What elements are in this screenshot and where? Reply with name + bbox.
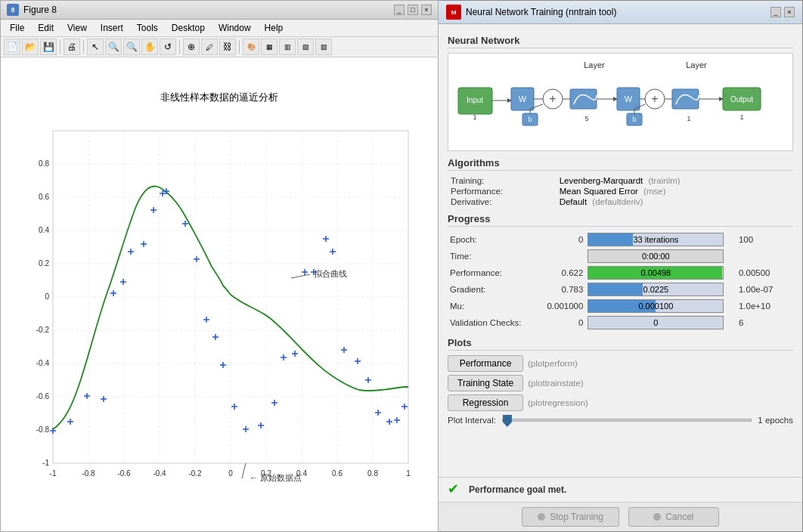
sep2 (83, 40, 84, 54)
svg-line-107 (242, 463, 246, 478)
menu-help[interactable]: Help (259, 21, 290, 35)
gradient-left-val: 0.783 (537, 281, 585, 298)
figure-window: 8 Figure 8 _ □ × File Edit View Insert T… (0, 0, 439, 532)
nntrain-minimize[interactable]: _ (770, 7, 781, 17)
time-bar-cell: 0:00:00 (585, 248, 736, 264)
mu-right-val: 1.0e+10 (736, 298, 793, 314)
plot-area: 非线性样本数据的逼近分析 (1, 57, 438, 531)
svg-text:1: 1 (687, 115, 690, 122)
time-bar: 0:00:00 (588, 249, 724, 263)
bottom-buttons: Stop Training Cancel (439, 502, 802, 531)
epoch-label: Epoch: (448, 231, 537, 248)
plot-svg: 0.8 0.6 0.4 0.2 0 -0.2 -0.4 -0.6 -0.8 -1… (19, 108, 420, 516)
nntrain-window: M Neural Network Training (nntrain tool)… (439, 0, 803, 532)
svg-text:b: b (632, 116, 636, 123)
menu-view[interactable]: View (61, 21, 93, 35)
svg-text:-0.6: -0.6 (36, 392, 50, 401)
mu-bar-text: 0.000100 (638, 302, 673, 311)
mu-left-val: 0.001000 (537, 298, 585, 314)
data-cursor[interactable]: ⊕ (183, 39, 200, 55)
training-state-plot-button[interactable]: Training State (448, 375, 523, 391)
svg-text:+: + (651, 92, 658, 105)
menu-insert[interactable]: Insert (95, 21, 129, 35)
performance-algo-value: Mean Squared Error (mse) (557, 186, 793, 196)
gradient-bar-cell: 0.0225 (585, 281, 736, 298)
new-button[interactable]: 📄 (4, 39, 20, 55)
arrow-tool[interactable]: ↖ (87, 39, 104, 55)
time-left-val (537, 248, 585, 264)
nntrain-close[interactable]: × (784, 7, 795, 17)
svg-text:0.6: 0.6 (332, 469, 343, 478)
gradient-fill (588, 283, 642, 295)
colormap-btn[interactable]: 🎨 (243, 39, 259, 55)
epoch-bar-cell: 33 iterations (585, 231, 736, 248)
performance-plot-fn: (plotperform) (528, 359, 578, 368)
performance-plot-button[interactable]: Performance (448, 355, 523, 372)
cancel-button[interactable]: Cancel (628, 507, 719, 527)
status-bar: ✔ Performance goal met. (439, 477, 802, 502)
svg-text:-0.8: -0.8 (82, 469, 95, 478)
svg-text:-0.8: -0.8 (36, 425, 50, 434)
curve-label: 拟合曲线 (314, 269, 347, 278)
interval-label: Plot Interval: (448, 416, 496, 425)
stop-training-button[interactable]: Stop Training (522, 507, 619, 527)
figure-title: Figure 8 (23, 5, 57, 15)
val-checks-label: Validation Checks: (448, 314, 537, 331)
menu-file[interactable]: File (4, 21, 30, 35)
zoom-out[interactable]: 🔍 (123, 39, 140, 55)
zoom-in[interactable]: 🔍 (105, 39, 122, 55)
brush-tool[interactable]: 🖊 (201, 39, 218, 55)
progress-header: Progress (448, 213, 793, 227)
plot-type4[interactable]: ▨ (315, 39, 332, 55)
status-text: Performance goal met. (469, 484, 566, 495)
figure-titlebar: 8 Figure 8 _ □ × (1, 1, 438, 20)
pan-tool[interactable]: ✋ (141, 39, 158, 55)
link-tool[interactable]: ⛓ (219, 39, 236, 55)
epoch-left-val: 0 (537, 231, 585, 248)
nntrain-titlebar: M Neural Network Training (nntrain tool)… (439, 1, 802, 24)
nn-diagram: Layer Layer Input 1 W b + (448, 53, 793, 151)
performance-progress-bar: 0.00498 (588, 266, 724, 280)
svg-text:W: W (519, 94, 527, 104)
figure-toolbar: 📄 📂 💾 🖨 ↖ 🔍 🔍 ✋ ↺ ⊕ 🖊 ⛓ 🎨 ▦ ▥ ▧ ▨ (1, 37, 438, 57)
svg-text:+: + (549, 92, 556, 105)
performance-plot-row: Performance (plotperform) (448, 355, 793, 372)
menu-edit[interactable]: Edit (32, 21, 60, 35)
val-checks-bar-cell: 0 (585, 314, 736, 331)
performance-bar-text: 0.00498 (640, 268, 671, 277)
regression-plot-row: Regression (plotregression) (448, 394, 793, 411)
maximize-button[interactable]: □ (408, 5, 418, 15)
plot-title: 非线性样本数据的逼近分析 (19, 91, 420, 104)
save-button[interactable]: 💾 (40, 39, 57, 55)
svg-text:1: 1 (473, 113, 476, 121)
plots-header: Plots (448, 337, 793, 351)
svg-text:5: 5 (584, 115, 588, 122)
interval-slider[interactable] (502, 419, 752, 422)
derivative-value: Default (defaultderiv) (557, 196, 793, 207)
performance-algo-label: Performance: (448, 186, 557, 196)
close-button[interactable]: × (421, 5, 432, 15)
plot-type3[interactable]: ▧ (297, 39, 314, 55)
plot-type1[interactable]: ▦ (261, 39, 277, 55)
training-value: Levenberg-Marquardt (trainlm) (557, 175, 793, 186)
plot-type2[interactable]: ▥ (279, 39, 296, 55)
svg-text:-0.2: -0.2 (36, 326, 50, 334)
nntrain-title-left: M Neural Network Training (nntrain tool) (446, 5, 616, 20)
menu-window[interactable]: Window (212, 21, 257, 35)
nn-diagram-svg: Layer Layer Input 1 W b + (454, 59, 786, 146)
plots-section: Performance (plotperform) Training State… (448, 355, 793, 425)
rotate-tool[interactable]: ↺ (160, 39, 176, 55)
sep1 (60, 40, 60, 54)
svg-text:0.8: 0.8 (367, 469, 378, 478)
regression-plot-button[interactable]: Regression (448, 394, 523, 411)
menu-tools[interactable]: Tools (131, 21, 164, 35)
val-checks-progress-bar: 0 (588, 316, 724, 329)
menu-desktop[interactable]: Desktop (166, 21, 211, 35)
algorithms-header: Algorithms (448, 157, 793, 171)
svg-text:-1: -1 (50, 469, 57, 478)
open-button[interactable]: 📂 (22, 39, 39, 55)
gradient-bar-text: 0.0225 (643, 285, 669, 294)
svg-text:W: W (625, 94, 633, 104)
minimize-button[interactable]: _ (394, 5, 405, 15)
print-button[interactable]: 🖨 (64, 39, 80, 55)
